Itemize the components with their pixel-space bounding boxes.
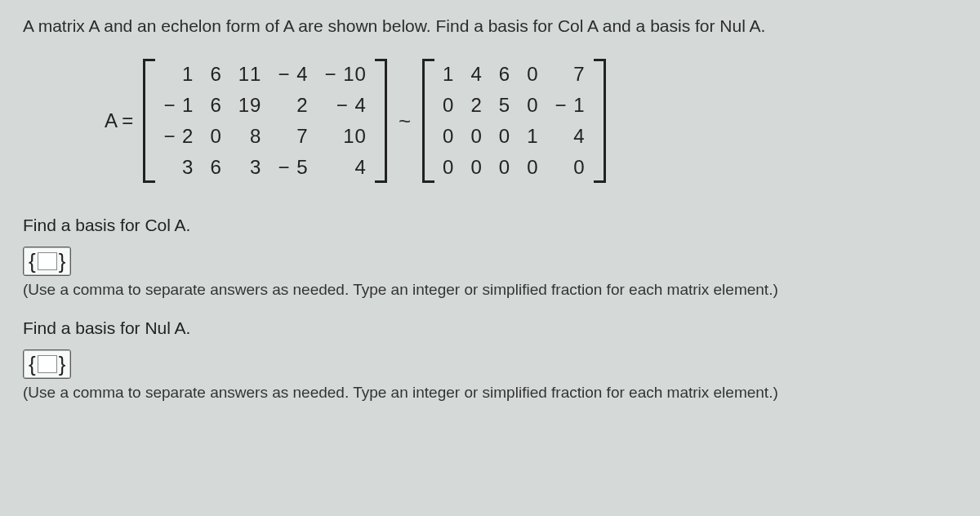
table-row: 00000 bbox=[434, 152, 593, 183]
brace-right-icon: } bbox=[59, 251, 66, 272]
table-row: 0250− 1 bbox=[434, 90, 593, 121]
matrix-a-table: 1611− 4− 10 − 16192− 4 − 208710 363− 54 bbox=[155, 59, 375, 183]
bracket-left bbox=[422, 59, 434, 183]
prompt-col-a: Find a basis for Col A. bbox=[23, 216, 957, 235]
matrix-echelon-table: 14607 0250− 1 00014 00000 bbox=[434, 59, 593, 183]
table-row: − 16192− 4 bbox=[155, 90, 375, 121]
table-row: 00014 bbox=[434, 121, 593, 152]
inner-input-box[interactable] bbox=[38, 355, 57, 373]
matrix-a: 1611− 4− 10 − 16192− 4 − 208710 363− 54 bbox=[143, 59, 387, 183]
table-row: 1611− 4− 10 bbox=[155, 59, 375, 90]
table-row: 14607 bbox=[434, 59, 593, 90]
matrix-equation: A = 1611− 4− 10 − 16192− 4 − 208710 363−… bbox=[105, 59, 957, 183]
inner-input-box[interactable] bbox=[38, 252, 57, 270]
hint-text-col: (Use a comma to separate answers as need… bbox=[23, 281, 957, 299]
tilde-symbol: ~ bbox=[399, 109, 411, 134]
answer-input-col-a[interactable]: { } bbox=[23, 247, 71, 276]
prompt-nul-a: Find a basis for Nul A. bbox=[23, 318, 957, 338]
brace-left-icon: { bbox=[29, 251, 36, 272]
bracket-right bbox=[375, 59, 387, 183]
hint-text-nul: (Use a comma to separate answers as need… bbox=[23, 384, 957, 402]
brace-left-icon: { bbox=[29, 354, 36, 375]
matrix-echelon: 14607 0250− 1 00014 00000 bbox=[422, 59, 605, 183]
brace-right-icon: } bbox=[59, 354, 66, 375]
bracket-left bbox=[143, 59, 155, 183]
bracket-right bbox=[594, 59, 606, 183]
table-row: − 208710 bbox=[155, 121, 375, 152]
table-row: 363− 54 bbox=[155, 152, 375, 183]
matrix-a-label: A = bbox=[105, 109, 133, 132]
answer-input-nul-a[interactable]: { } bbox=[23, 349, 71, 379]
question-text: A matrix A and an echelon form of A are … bbox=[23, 16, 957, 36]
